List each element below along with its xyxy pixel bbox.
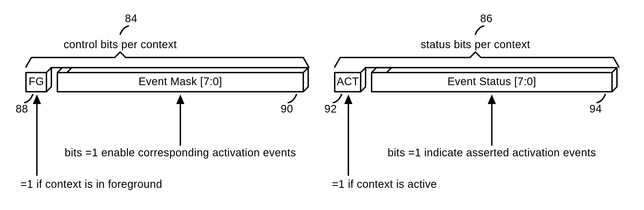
svg-marker-7 xyxy=(344,94,352,104)
brace-label-left: control bits per context xyxy=(64,38,177,51)
brace-right xyxy=(335,52,619,67)
ref-tick-94 xyxy=(597,94,605,103)
ref-88: 88 xyxy=(16,103,28,115)
field-fg: FG xyxy=(29,75,44,88)
arrow-fg xyxy=(33,94,41,175)
field-act: ACT xyxy=(337,75,359,88)
svg-marker-3 xyxy=(33,94,41,104)
ref-90: 90 xyxy=(281,103,293,115)
ref-tick-92 xyxy=(333,94,342,103)
field-event-mask: Event Mask [7:0] xyxy=(139,75,222,88)
note-fg: =1 if context is in foreground xyxy=(20,178,162,190)
ref-92: 92 xyxy=(324,103,337,115)
arrow-act xyxy=(344,94,352,175)
arrow-event-mask xyxy=(176,94,184,145)
ref-94: 94 xyxy=(589,103,602,115)
ref-tick-88 xyxy=(25,94,33,103)
brace-label-right: status bits per context xyxy=(421,38,530,51)
svg-marker-5 xyxy=(488,94,496,104)
note-act: =1 if context is active xyxy=(332,178,437,190)
ref-84: 84 xyxy=(125,12,137,25)
field-event-status: Event Status [7:0] xyxy=(448,75,536,88)
ref-86: 86 xyxy=(480,12,493,25)
note-event-mask: bits =1 enable corresponding activation … xyxy=(65,146,296,159)
ref-tick-84 xyxy=(120,26,128,34)
brace-left xyxy=(26,52,309,67)
arrow-event-status xyxy=(488,94,496,145)
ref-tick-90 xyxy=(288,94,296,103)
ref-tick-86 xyxy=(475,26,484,34)
note-event-status: bits =1 indicate asserted activation eve… xyxy=(387,146,596,159)
svg-marker-1 xyxy=(176,94,184,104)
